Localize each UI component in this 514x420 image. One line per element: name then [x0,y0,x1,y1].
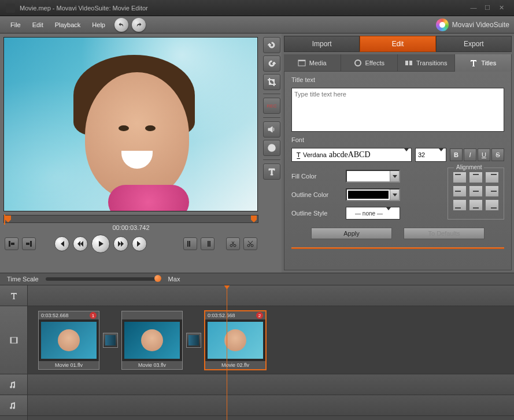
underline-button[interactable]: U [478,148,490,161]
step-back-button[interactable] [73,236,88,251]
align-top-right[interactable] [485,172,499,183]
font-glyph-icon: T̲ [294,151,303,159]
alignment-group: Alignment [448,168,504,220]
svg-rect-2 [30,241,32,247]
defaults-button[interactable]: To Defaults [404,228,485,239]
align-middle-left[interactable] [453,185,467,197]
transition-1[interactable] [103,333,118,348]
align-bottom-left[interactable] [453,199,467,211]
menu-playback[interactable]: Playback [49,19,87,31]
audio-track-2[interactable] [28,395,514,416]
clip-thumbnail [124,322,180,359]
format-buttons: B I U S [450,148,504,161]
set-out-button[interactable] [201,237,215,250]
goto-end-button[interactable] [132,236,147,251]
svg-rect-14 [298,60,305,61]
split-button[interactable] [226,237,240,250]
subtab-titles[interactable]: Titles [455,54,512,72]
tracks-area[interactable]: 0:03:52.6681 Movie 01.flv Movie 03.flv 0… [28,285,514,420]
fill-color-swatch [348,172,389,180]
bold-button[interactable]: B [450,148,463,161]
video-track[interactable]: 0:03:52.6681 Movie 01.flv Movie 03.flv 0… [28,306,514,374]
minimize-button[interactable]: — [467,3,480,13]
title-track[interactable] [28,285,514,306]
chevron-down-icon [390,189,399,200]
font-preview: abcdeABCD [329,150,371,159]
menu-file[interactable]: File [5,19,27,31]
align-middle-right[interactable] [485,185,499,197]
chevron-down-icon [404,151,409,158]
preview-column: 00:00:03.742 [0,34,262,273]
set-in-button[interactable] [183,237,197,250]
play-button[interactable] [91,235,110,253]
svg-rect-3 [26,243,29,245]
video-track-header[interactable] [0,306,27,374]
redo-button[interactable] [132,18,146,32]
tab-import[interactable]: Import [284,36,360,52]
fill-color-picker[interactable] [346,170,400,183]
step-forward-button[interactable] [113,236,128,251]
subtab-media[interactable]: Media [284,54,341,72]
align-middle-center[interactable] [469,185,483,197]
title-text-input[interactable] [291,88,504,132]
timescale-slider[interactable] [46,277,161,281]
close-button[interactable]: ✕ [494,3,508,13]
subtab-effects[interactable]: Effects [341,54,398,72]
record-button[interactable]: REC [263,98,280,114]
mark-out-button[interactable] [22,237,36,250]
strike-button[interactable]: S [491,148,504,161]
mark-in-button[interactable] [5,237,19,250]
video-preview[interactable] [3,37,258,211]
subtab-transitions[interactable]: Transitions [398,54,455,72]
crop-button[interactable] [263,74,280,90]
scrub-bar[interactable] [3,215,258,223]
preview-tools: REC [262,34,282,273]
rotate-right-button[interactable] [263,55,280,72]
outline-style-select[interactable]: — none — [346,207,400,220]
undo-button[interactable] [114,18,128,32]
clip-badge: 2 [256,312,263,319]
svg-rect-6 [208,241,209,247]
svg-rect-16 [405,61,408,65]
timescale-label: Time Scale [7,276,39,283]
italic-button[interactable]: I [464,148,476,161]
audio-track-2-header[interactable] [0,395,27,416]
text-button[interactable] [263,163,280,180]
cut-button[interactable] [243,237,257,250]
font-family-select[interactable]: T̲ Verdana abcdeABCD [291,148,412,162]
maximize-button[interactable]: ☐ [480,3,494,13]
svg-rect-17 [409,61,412,65]
title-track-header[interactable] [0,285,27,306]
audio-track-1-header[interactable] [0,374,27,395]
clip-movie-01[interactable]: 0:03:52.6681 Movie 01.flv [38,311,99,370]
rotate-left-button[interactable] [263,37,280,53]
transport-controls [0,231,262,255]
align-top-left[interactable] [453,172,467,183]
playhead[interactable] [227,285,227,420]
transition-2[interactable] [186,333,201,348]
window-title: Movie.mep - Movavi VideoSuite: Movie Edi… [20,5,467,12]
tab-edit[interactable]: Edit [360,36,435,52]
slider-knob[interactable] [154,275,161,282]
clip-movie-03[interactable]: Movie 03.flv [121,311,183,370]
goto-start-button[interactable] [54,236,69,251]
timescale-max-label: Max [168,276,180,283]
font-size-select[interactable]: 32 [415,148,446,162]
apply-button[interactable]: Apply [311,228,392,239]
menu-help[interactable]: Help [86,19,111,31]
workspace: 00:00:03.742 REC [0,34,514,273]
audio-track-1[interactable] [28,374,514,395]
align-bottom-right[interactable] [485,199,499,211]
clip-movie-02[interactable]: 0:03:52.6682 Movie 02.flv [205,311,266,370]
outline-color-picker[interactable] [346,188,400,201]
svg-rect-1 [11,243,14,245]
volume-button[interactable] [263,121,280,137]
clip-name: Movie 01.flv [39,361,99,369]
tab-export[interactable]: Export [436,36,512,52]
align-bottom-center[interactable] [469,199,483,211]
align-top-center[interactable] [469,172,483,183]
timecode: 00:00:03.742 [0,224,262,231]
menu-edit[interactable]: Edit [27,19,49,31]
speed-button[interactable] [263,140,280,156]
app-icon [6,3,15,13]
